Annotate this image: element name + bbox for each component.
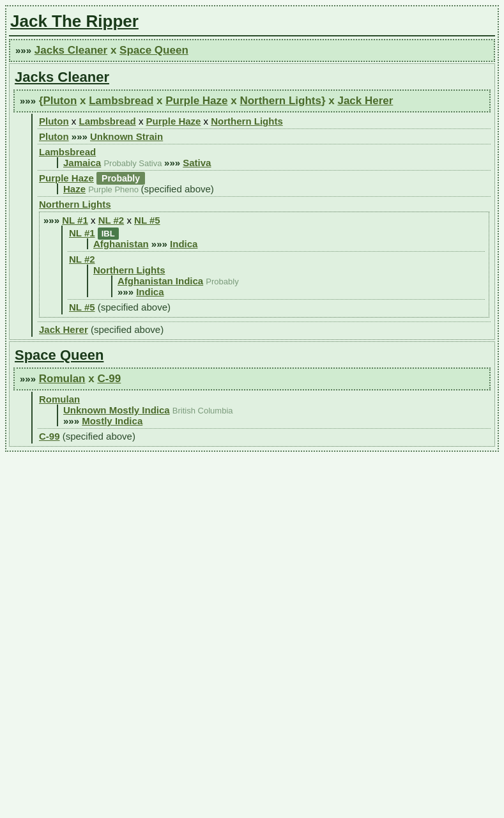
pluton-link-2[interactable]: Pluton [39,116,69,127]
jack-herer-name[interactable]: Jack Herer [39,324,88,335]
arrows-nl: »»» [43,215,59,226]
indica-link-nl2[interactable]: Indica [136,286,164,297]
lambsbread-children: Jamaica Probably Sativa »»» Sativa [57,157,489,168]
northern-lights-nl2[interactable]: Northern Lights [93,265,165,275]
arrows-sq: »»» [20,373,36,384]
nl5-specified: (specified above) [98,302,171,313]
northern-lights-row: Northern Lights »»» NL #1 x NL #2 x NL #… [38,197,491,322]
c99-name[interactable]: C-99 [39,431,60,442]
purple-haze-row: Purple Haze Probably Haze Purple Pheno (… [38,171,491,197]
lambsbread-name[interactable]: Lambsbread [39,146,96,157]
afghanistan-indica-link[interactable]: Afghanistan Indica [118,275,203,286]
space-queen-link-top[interactable]: Space Queen [119,44,188,56]
space-queen-section: Space Queen »»» Romulan x C-99 Romulan U… [9,341,495,447]
haze-link[interactable]: Haze [63,183,86,194]
sativa-link[interactable]: Sativa [183,157,211,168]
jamaica-link[interactable]: Jamaica [63,157,101,168]
x-separator-top: x [111,44,119,56]
arrows-pluton: »»» [72,131,88,142]
northern-lights-box: »»» NL #1 x NL #2 x NL #5 NL #1 [39,212,489,318]
nl-children: NL #1 IBL Afghanistan »»» Indica [61,226,485,314]
purple-haze-link-2[interactable]: Purple Haze [146,116,201,127]
jacks-cleaner-link-top[interactable]: Jacks Cleaner [34,44,107,56]
nl2-link[interactable]: NL #2 [98,215,125,226]
arrows-afg: »»» [151,238,167,249]
main-tree: Jack The Ripper »»» Jacks Cleaner x Spac… [5,5,499,452]
parents-row: Pluton x Lambsbread x Purple Haze x Nort… [38,114,491,129]
purple-pheno-text: Purple Pheno [88,185,141,194]
nl1-link[interactable]: NL #1 [62,215,88,226]
jacks-cleaner-children: Pluton x Lambsbread x Purple Haze x Nort… [31,114,491,337]
romulan-link-top[interactable]: Romulan [39,373,86,385]
top-cross-line: »»» Jacks Cleaner x Space Queen [9,39,495,62]
space-queen-cross: »»» Romulan x C-99 [13,367,491,390]
nl2-inner: Afghanistan Indica Probably »»» Indica [111,275,484,297]
nl2-row: NL #2 Northern Lights Afghanistan Indica… [68,252,485,300]
nl5-link[interactable]: NL #5 [134,215,160,226]
northern-lights-link-jc[interactable]: Northern Lights [240,95,321,107]
jack-herer-row: Jack Herer (specified above) [38,322,491,337]
space-queen-title[interactable]: Space Queen [13,344,491,366]
indica-link-nl1[interactable]: Indica [170,238,197,249]
purple-haze-name[interactable]: Purple Haze [39,173,94,183]
pluton-link[interactable]: Pluton [43,95,77,107]
lambsbread-link-2[interactable]: Lambsbread [79,116,136,127]
arrows-romulan: »»» [63,415,79,426]
romulan-children: Unknown Mostly Indica British Columbia »… [57,405,489,426]
purple-haze-specified: (specified above) [141,183,214,194]
purple-haze-link[interactable]: Purple Haze [165,95,227,107]
unknown-mostly-indica-link[interactable]: Unknown Mostly Indica [63,405,170,415]
pluton-row: Pluton »»» Unknown Strain [38,129,491,144]
nl1-name[interactable]: NL #1 [69,228,95,238]
afghanistan-link[interactable]: Afghanistan [93,238,149,249]
lambsbread-link[interactable]: Lambsbread [89,95,153,107]
nl5-name[interactable]: NL #5 [69,302,95,313]
jack-herer-specified: (specified above) [91,324,164,335]
probably-text-nl2: Probably [206,277,238,286]
lambsbread-row: Lambsbread Jamaica Probably Sativa »»» S… [38,144,491,171]
probably-badge: Probably [96,172,145,185]
jacks-cleaner-section: Jacks Cleaner »»» {Pluton x Lambsbread x… [9,63,495,340]
jc-cross-text: {Pluton x Lambsbread x Purple Haze x Nor… [39,95,393,107]
page-title: Jack The Ripper [9,9,495,36]
c99-row: C-99 (specified above) [38,429,491,444]
pluton-name[interactable]: Pluton [39,131,69,142]
nl-cross-line: »»» NL #1 x NL #2 x NL #5 [43,215,485,226]
probably-sativa-text: Probably Sativa [103,158,164,168]
nl2-children: Northern Lights Afghanistan Indica Proba… [87,265,484,297]
british-columbia-text: British Columbia [172,406,233,415]
purple-haze-children: Haze Purple Pheno (specified above) [57,183,489,194]
nl1-row: NL #1 IBL Afghanistan »»» Indica [68,226,485,252]
arrows-top: »»» [15,45,31,56]
romulan-name[interactable]: Romulan [39,394,80,405]
arrows-nl2: »»» [118,286,134,297]
arrows-jc: »»» [20,95,36,106]
nl2-name[interactable]: NL #2 [69,254,95,265]
c99-link-top[interactable]: C-99 [97,373,121,385]
space-queen-children: Romulan Unknown Mostly Indica British Co… [31,392,491,444]
jacks-cleaner-title[interactable]: Jacks Cleaner [13,66,491,88]
jacks-cleaner-cross: »»» {Pluton x Lambsbread x Purple Haze x… [13,89,491,112]
romulan-row: Romulan Unknown Mostly Indica British Co… [38,392,491,429]
arrows-lambsbread: »»» [164,157,180,168]
c99-specified: (specified above) [63,431,135,442]
nl5-row: NL #5 (specified above) [68,300,485,314]
nl1-children: Afghanistan »»» Indica [87,238,484,249]
mostly-indica-link[interactable]: Mostly Indica [82,415,142,426]
jack-herer-link[interactable]: Jack Herer [337,95,393,107]
northern-lights-link-2[interactable]: Northern Lights [211,116,283,127]
northern-lights-name[interactable]: Northern Lights [39,199,111,210]
unknown-strain-link[interactable]: Unknown Strain [90,131,163,142]
